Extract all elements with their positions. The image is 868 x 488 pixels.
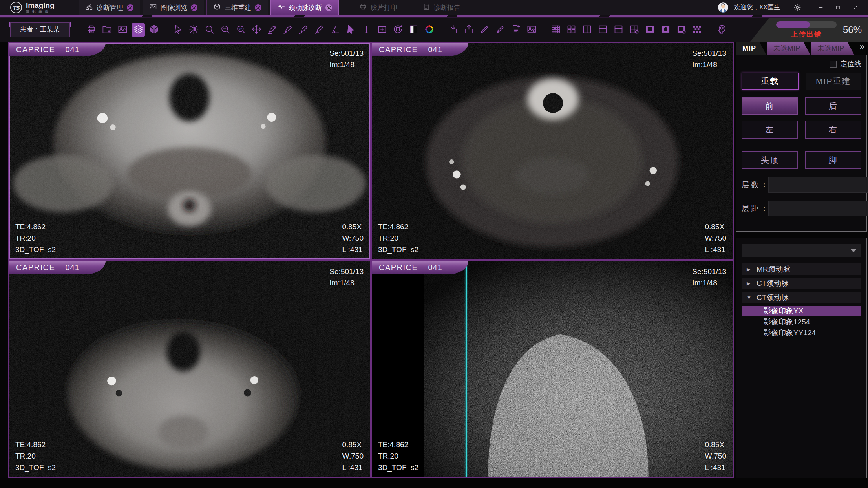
hsplit-layout-tool[interactable] [596, 23, 609, 37]
tr-value: TR:20 [15, 232, 56, 244]
layer-count-input[interactable] [768, 177, 868, 193]
pencil-angle-tool[interactable] [281, 23, 294, 37]
cursor-filled-tool[interactable] [344, 23, 357, 37]
direction-button-3[interactable]: 左 [742, 121, 798, 139]
zoom-region-tool[interactable] [218, 23, 232, 37]
panel-tabs-more-icon[interactable]: » [860, 42, 867, 55]
pencil-line-tool[interactable] [265, 23, 279, 37]
localization-line-checkbox[interactable] [830, 61, 837, 68]
doc-add-tool[interactable] [509, 23, 523, 37]
viewport-1[interactable]: CAPRICE041Se:501/13Im:1/48TE:4.862TR:203… [9, 43, 370, 259]
tab-close-icon[interactable] [127, 4, 133, 11]
viewport-4[interactable]: CAPRICE041Se:501/13Im:1/48TE:4.862TR:203… [372, 261, 733, 477]
panel-tab-1[interactable]: MIP [736, 42, 766, 55]
chevron-right-icon[interactable]: ▶ [747, 267, 752, 272]
roi-box-tool[interactable] [375, 23, 389, 37]
direction-button-2[interactable]: 后 [805, 97, 862, 115]
color-palette-tool[interactable] [422, 23, 436, 37]
mri-image [9, 261, 370, 477]
tree-leaf-3-2[interactable]: 影像印象1254 [742, 317, 861, 327]
close-window-button[interactable] [849, 0, 861, 15]
reload-button[interactable]: 重载 [742, 73, 799, 90]
main-tab-1[interactable]: 诊断管理 [79, 0, 140, 15]
patient-box: 患者：王某某 [10, 22, 70, 37]
tab-close-icon[interactable] [191, 4, 197, 11]
cursor-filled-icon [345, 24, 356, 36]
download-tool[interactable] [446, 23, 460, 37]
zoom-2x-tool[interactable]: x2 [234, 23, 247, 37]
te-value: TE:4.862 [378, 221, 418, 232]
tree-node-1[interactable]: ▶MR颈动脉 [742, 263, 861, 275]
main-tab-label: 胶片打印 [371, 3, 397, 12]
tree-leaf-3-3[interactable]: 影像印象YY124 [742, 328, 861, 338]
layers-tool[interactable] [132, 23, 145, 37]
ai-head-tool[interactable] [714, 23, 727, 37]
pen-tool[interactable] [478, 23, 491, 37]
minimize-button[interactable] [815, 0, 826, 15]
pencil-angle-icon [283, 24, 293, 36]
tile-pattern-tool[interactable] [690, 23, 704, 37]
viewport-3[interactable]: CAPRICE041Se:501/13Im:1/48TE:4.862TR:203… [9, 261, 370, 477]
pan-tool[interactable] [250, 23, 263, 37]
series-dropdown[interactable] [742, 244, 861, 257]
series-tree: ▶MR颈动脉▶CT颈动脉▼CT颈动脉影像印象YX影像印象1254影像印象YY12… [742, 263, 861, 338]
grid-close-tool[interactable] [627, 23, 641, 37]
settings-gear-icon[interactable] [791, 0, 803, 15]
tree-node-2[interactable]: ▶CT颈动脉 [742, 278, 861, 289]
window-width: W:750 [705, 232, 726, 244]
maximize-button[interactable] [832, 0, 844, 15]
panel-tab-2[interactable]: 未选MIP [767, 42, 810, 55]
cube-filled-tool[interactable] [147, 23, 161, 37]
series-index: Se:501/13 [692, 48, 726, 59]
tree-node-3[interactable]: ▼CT颈动脉 [742, 292, 861, 303]
vsplit-layout-tool[interactable] [580, 23, 594, 37]
tab-close-icon[interactable] [325, 4, 332, 11]
rect-close-tool[interactable] [674, 23, 688, 37]
pointer-tool[interactable] [171, 23, 185, 37]
angle-measure-tool[interactable] [328, 23, 342, 37]
rotate-tool[interactable] [391, 23, 404, 37]
series-name: CAPRICE [16, 45, 55, 54]
quad-layout-tool[interactable] [565, 23, 578, 37]
upload-tool[interactable] [462, 23, 475, 37]
direction-button-1[interactable]: 前 [742, 97, 798, 115]
zoom-tool[interactable] [203, 23, 216, 37]
image-upload-tool[interactable] [525, 23, 538, 37]
invert-bw-tool[interactable] [407, 23, 420, 37]
layer-spacing-input[interactable] [768, 201, 868, 216]
pencil-curve-tool[interactable] [297, 23, 310, 37]
brightness-contrast-tool[interactable] [187, 23, 200, 37]
printer-add-tool[interactable] [84, 23, 98, 37]
direction-button-4[interactable]: 右 [805, 121, 862, 139]
chevron-down-icon[interactable]: ▼ [747, 295, 752, 300]
circle-filled-tool[interactable] [659, 23, 672, 37]
logo-subtitle: 清影华康 [26, 10, 55, 14]
reference-line[interactable] [466, 261, 467, 477]
tab-close-icon[interactable] [255, 4, 261, 11]
mip-rebuild-button[interactable]: MIP重建 [806, 73, 862, 90]
rect-filled-tool[interactable] [643, 23, 656, 37]
pen-alt-icon [495, 24, 506, 36]
main-tab-2[interactable]: 图像浏览 [143, 0, 204, 15]
pen-alt-tool[interactable] [493, 23, 507, 37]
sequence-name: 3D_TOF s2 [378, 462, 418, 473]
panel-tab-3[interactable]: 未选MIP [811, 42, 854, 55]
folder-open-add-tool[interactable] [100, 23, 113, 37]
grid-dense-tool[interactable] [549, 23, 562, 37]
upload-progress-bar [776, 21, 837, 28]
direction-button-6[interactable]: 脚 [805, 151, 862, 169]
pencil-polygon-tool[interactable] [312, 23, 326, 37]
gallery-icon [117, 24, 128, 36]
sequence-name: 3D_TOF s2 [15, 462, 56, 473]
tree-leaf-3-1[interactable]: 影像印象YX [742, 306, 861, 316]
main-tab-4[interactable]: 颈动脉诊断 [270, 0, 339, 15]
main-tab-3[interactable]: 三维重建 [206, 0, 268, 15]
series-index: Se:501/13 [329, 266, 364, 277]
gallery-tool[interactable] [116, 23, 129, 37]
direction-button-5[interactable]: 头顶 [742, 151, 798, 169]
series-index: Se:501/13 [329, 48, 364, 59]
chevron-right-icon[interactable]: ▶ [747, 281, 752, 286]
viewport-2[interactable]: CAPRICE041Se:501/13Im:1/48TE:4.862TR:203… [372, 43, 733, 259]
window-grid-tool[interactable] [612, 23, 625, 37]
text-annotation-tool[interactable] [360, 23, 373, 37]
